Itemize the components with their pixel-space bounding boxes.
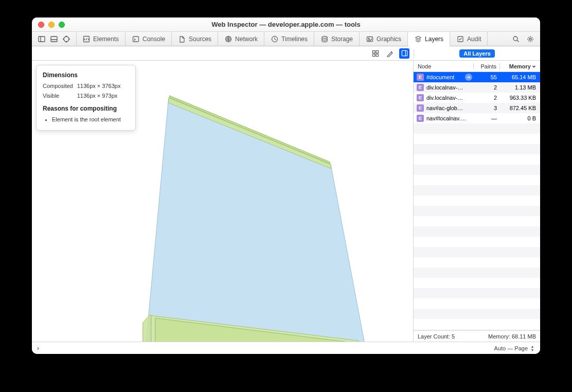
layer-memory: 1.13 MB <box>500 84 540 91</box>
settings-button[interactable] <box>525 34 536 44</box>
composited-label: Composited <box>43 82 73 91</box>
memory-column-header[interactable]: Memory <box>500 63 540 69</box>
tab-bar: Elements Console Sources Network Timelin… <box>76 32 488 46</box>
network-icon <box>225 35 232 43</box>
all-layers-pill[interactable]: All Layers <box>459 49 495 58</box>
table-row <box>414 247 540 257</box>
window-title: Web Inspector — developer.apple.com — to… <box>32 21 540 28</box>
layer-node-name: #document <box>426 74 465 80</box>
table-row <box>414 195 540 206</box>
table-row <box>414 278 540 288</box>
table-row <box>414 257 540 268</box>
paint-flash-button[interactable] <box>385 48 395 59</box>
audit-icon <box>457 35 464 43</box>
close-window-button[interactable] <box>38 22 44 28</box>
dock-controls <box>32 32 76 46</box>
layer-paints: 2 <box>474 84 500 91</box>
svg-point-19 <box>529 38 531 40</box>
layer-node-name: nav#ac-glob… <box>426 105 474 111</box>
visible-value: 1136px × 973px <box>77 92 129 100</box>
table-row <box>414 185 540 195</box>
titlebar: Web Inspector — developer.apple.com — to… <box>32 17 540 32</box>
layers-toolbar: All Layers <box>32 46 540 61</box>
table-row[interactable]: E nav#ac-glob… 3 872.45 KB <box>414 103 540 113</box>
console-prompt-icon[interactable]: › <box>37 345 39 352</box>
dock-side-button[interactable] <box>36 34 47 44</box>
element-badge-icon: E <box>417 115 424 122</box>
layer-paints: 55 <box>474 74 500 80</box>
svg-rect-20 <box>373 50 376 53</box>
go-to-element-icon[interactable]: ➜ <box>465 74 472 81</box>
compositing-borders-button[interactable] <box>399 48 409 59</box>
tab-timelines[interactable]: Timelines <box>264 32 314 46</box>
toolbar-right <box>510 32 540 46</box>
table-row <box>414 226 540 237</box>
tab-network[interactable]: Network <box>218 32 264 46</box>
layer-paints: 2 <box>474 95 500 101</box>
table-row <box>414 206 540 216</box>
svg-rect-24 <box>402 50 407 56</box>
table-row <box>414 319 540 329</box>
tab-sources[interactable]: Sources <box>172 32 218 46</box>
layer-node-name: div.localnav-… <box>426 84 474 91</box>
layer-count: Layer Count: 5 <box>418 333 455 340</box>
layer-memory: 963.33 KB <box>500 95 540 101</box>
svg-point-15 <box>368 38 369 39</box>
layer-details-tooltip: Dimensions Composited 1136px × 3763px Vi… <box>36 65 136 131</box>
tab-console[interactable]: Console <box>126 32 172 46</box>
elements-icon <box>83 35 90 43</box>
stepper-icon: ▲▼ <box>530 345 535 352</box>
svg-rect-22 <box>373 54 376 57</box>
tab-label: Storage <box>331 35 353 43</box>
svg-rect-23 <box>376 54 379 57</box>
search-button[interactable] <box>510 34 522 44</box>
tab-label: Sources <box>189 35 211 43</box>
layer-paints: 3 <box>474 105 500 111</box>
tab-storage[interactable]: Storage <box>314 32 360 46</box>
sidebar-footer: Layer Count: 5 Memory: 68.11 MB <box>414 330 540 342</box>
grid-view-button[interactable] <box>370 48 381 59</box>
inspect-element-button[interactable] <box>61 34 72 44</box>
svg-point-4 <box>64 37 69 42</box>
table-row[interactable]: E div.localnav-… 2 963.33 KB <box>414 93 540 103</box>
table-row <box>414 165 540 175</box>
table-row <box>414 134 540 144</box>
svg-rect-21 <box>376 50 379 53</box>
svg-rect-2 <box>51 37 57 42</box>
maximize-window-button[interactable] <box>59 22 65 28</box>
tab-elements[interactable]: Elements <box>76 32 126 46</box>
table-row[interactable]: E div.localnav-… 2 1.13 MB <box>414 82 540 93</box>
chevron-down-icon <box>532 64 536 68</box>
layer-node-name: nav#localnav.… <box>426 115 474 121</box>
table-row <box>414 144 540 154</box>
tab-audit[interactable]: Audit <box>450 32 488 46</box>
main-toolbar: Elements Console Sources Network Timelin… <box>32 32 540 46</box>
table-row <box>414 154 540 165</box>
tab-label: Timelines <box>281 35 308 43</box>
visible-label: Visible <box>43 92 73 100</box>
console-context-selector[interactable]: Auto — Page ▲▼ <box>494 345 535 352</box>
layer-memory: 0 B <box>500 115 540 121</box>
table-row[interactable]: E nav#localnav.… — 0 B <box>414 113 540 123</box>
console-quickbar: › Auto — Page ▲▼ <box>32 342 540 354</box>
storage-icon <box>321 35 328 43</box>
minimize-window-button[interactable] <box>48 22 55 28</box>
total-memory: Memory: 68.11 MB <box>488 333 536 340</box>
layers-icon <box>415 35 422 43</box>
console-icon <box>132 35 139 43</box>
node-column-header[interactable]: Node <box>414 63 473 69</box>
element-badge-icon: E <box>417 104 424 112</box>
table-row[interactable]: E #document ➜ 55 65.14 MB <box>414 72 540 82</box>
tab-layers[interactable]: Layers <box>408 32 450 46</box>
dimensions-heading: Dimensions <box>43 70 129 80</box>
table-row <box>414 237 540 247</box>
sidebar-header: All Layers <box>414 49 540 58</box>
composited-value: 1136px × 3763px <box>77 82 129 91</box>
layers-table-header: Node Paints Memory <box>414 61 540 72</box>
layer-paints: — <box>474 115 500 121</box>
dock-bottom-button[interactable] <box>48 34 60 44</box>
tab-graphics[interactable]: Graphics <box>360 32 408 46</box>
paints-column-header[interactable]: Paints <box>474 63 499 69</box>
layers-3d-canvas[interactable]: Dimensions Composited 1136px × 3763px Vi… <box>32 61 414 342</box>
svg-line-18 <box>517 40 519 42</box>
